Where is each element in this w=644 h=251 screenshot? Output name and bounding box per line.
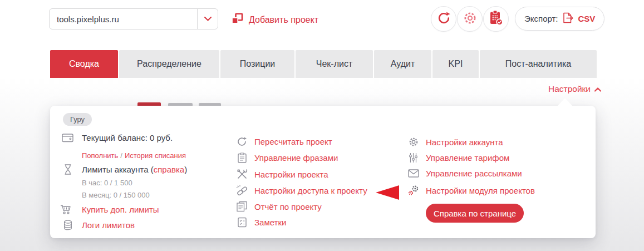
mail-icon: [407, 169, 420, 178]
sliders-icon: [407, 152, 420, 163]
settings-toggle-label: Настройки: [548, 84, 591, 94]
menu-item-mailings-management[interactable]: Управление рассылками: [407, 169, 522, 178]
menu-item-label: Настройки доступа к проекту: [254, 186, 367, 195]
tools-icon: [235, 169, 248, 180]
add-project-button[interactable]: Добавить проект: [232, 13, 318, 27]
menu-item-label: Управление фразами: [254, 153, 338, 163]
gear-icon: [407, 136, 420, 147]
menu-item-label: Управление тарифом: [426, 153, 509, 163]
clipboard-check-icon: [489, 10, 504, 28]
settings-toggle[interactable]: Настройки: [548, 84, 601, 94]
caret-up-icon: [594, 84, 601, 94]
menu-item-label: Настройки аккаунта: [426, 137, 503, 147]
history-link[interactable]: История списания: [125, 151, 186, 160]
tab-label: Аудит: [391, 59, 415, 69]
phrases-icon: [235, 152, 248, 163]
menu-item-notes[interactable]: Заметки: [235, 217, 286, 228]
tab-label: Чек-лист: [316, 59, 353, 69]
hourglass-icon: [61, 164, 75, 175]
menu-item-projects-module-settings[interactable]: Настройки модуля проектов: [407, 185, 535, 196]
gear-icon: [463, 11, 478, 28]
export-file-icon: [563, 12, 574, 26]
limits-row: Лимиты аккаунта (справка): [61, 164, 187, 175]
page: tools.pixelplus.ru Добавить проект: [0, 0, 644, 251]
menu-item-label: Пересчитать проект: [254, 137, 332, 146]
menu-item-label: Заметки: [254, 218, 286, 227]
refresh-icon: [235, 136, 248, 147]
plan-badge: Гуру: [63, 113, 92, 126]
settings-dropdown-panel: Гуру Текущий баланс: 0 руб. Пополнить/Ис…: [50, 106, 596, 238]
limit-logs-link[interactable]: Логи лимитов: [61, 220, 135, 230]
page-help-button[interactable]: Справка по странице: [426, 204, 524, 223]
settings-button[interactable]: [457, 6, 483, 32]
tab-svodka[interactable]: Сводка: [50, 50, 118, 78]
notes-icon: [235, 217, 248, 228]
menu-item-recalculate-project[interactable]: Пересчитать проект: [235, 136, 332, 147]
cursor-arrow: [376, 185, 399, 200]
hour-limit: В час: 0 / 1 500: [82, 179, 132, 187]
refresh-icon: [437, 11, 451, 27]
export-label: Экспорт:: [524, 14, 558, 23]
export-format-label: CSV: [578, 14, 596, 23]
tab-raspredelenie[interactable]: Распределение: [119, 50, 219, 78]
report-icon: [235, 201, 248, 212]
tab-bar: Сводка Распределение Позиции Чек-лист Ау…: [50, 50, 597, 78]
add-project-icon: [232, 13, 243, 27]
tasks-button[interactable]: [483, 6, 509, 32]
limit-logs-label: Логи лимитов: [82, 220, 135, 230]
access-icon: [235, 185, 248, 196]
menu-item-project-settings[interactable]: Настройки проекта: [235, 169, 328, 180]
buy-limits-label: Купить доп. лимиты: [82, 205, 159, 214]
menu-item-project-report[interactable]: Отчёт по проекту: [235, 201, 322, 212]
project-select-value: tools.pixelplus.ru: [50, 9, 197, 29]
database-icon: [61, 220, 75, 230]
limits-label: Лимиты аккаунта (справка): [82, 165, 187, 174]
tab-kpi[interactable]: KPI: [432, 50, 479, 78]
cart-icon: [58, 204, 75, 215]
refresh-project-button[interactable]: [431, 6, 456, 32]
gears-icon: [407, 185, 420, 196]
tab-chek-list[interactable]: Чек-лист: [296, 50, 373, 78]
limits-help-link[interactable]: справка: [154, 165, 185, 174]
balance-row: Текущий баланс: 0 руб.: [61, 132, 173, 142]
tab-label: Пост-аналитика: [505, 59, 571, 69]
menu-item-tariff-management[interactable]: Управление тарифом: [407, 152, 509, 163]
tab-label: Сводка: [69, 59, 99, 69]
tab-post-analitika[interactable]: Пост-аналитика: [480, 50, 597, 78]
chevron-down-icon[interactable]: [197, 9, 218, 29]
tab-pozitsii[interactable]: Позиции: [220, 50, 294, 78]
dropdown-pointer: [558, 98, 572, 106]
tab-label: KPI: [449, 59, 463, 69]
wallet-icon: [61, 132, 75, 142]
add-project-label: Добавить проект: [249, 15, 318, 25]
balance-links: Пополнить/История списания: [82, 151, 186, 160]
links-separator: /: [120, 151, 122, 160]
buy-limits-link[interactable]: Купить доп. лимиты: [58, 204, 159, 215]
menu-item-label: Настройки проекта: [254, 170, 328, 179]
menu-item-label: Управление рассылками: [426, 169, 522, 178]
tab-label: Позиции: [240, 59, 276, 69]
menu-item-label: Отчёт по проекту: [254, 202, 322, 211]
export-button[interactable]: Экспорт: CSV: [515, 7, 604, 31]
tab-audit[interactable]: Аудит: [374, 50, 431, 78]
tab-label: Распределение: [137, 59, 201, 69]
month-limit: В месяц: 0 / 150 000: [82, 191, 150, 199]
balance-label: Текущий баланс: 0 руб.: [82, 133, 173, 142]
project-select[interactable]: tools.pixelplus.ru: [49, 8, 218, 29]
topup-link[interactable]: Пополнить: [82, 151, 118, 160]
menu-item-label: Настройки модуля проектов: [426, 186, 535, 195]
menu-item-project-access-settings[interactable]: Настройки доступа к проекту: [235, 185, 367, 196]
menu-item-manage-phrases[interactable]: Управление фразами: [235, 152, 338, 163]
menu-item-account-settings[interactable]: Настройки аккаунта: [407, 136, 503, 147]
